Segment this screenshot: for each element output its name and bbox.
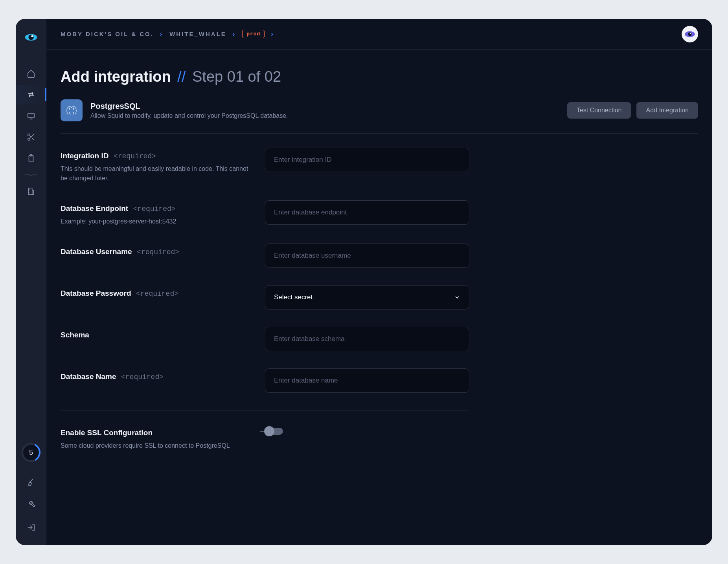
required-tag: <required> xyxy=(114,152,156,160)
row-username: Database Username <required> xyxy=(61,244,469,268)
chevron-down-icon xyxy=(454,294,460,300)
monitor-icon xyxy=(27,112,35,120)
input-col xyxy=(265,200,469,225)
progress-ring-icon xyxy=(21,443,41,462)
test-connection-button[interactable]: Test Connection xyxy=(567,102,631,119)
ssl-toggle[interactable] xyxy=(265,428,283,435)
sidebar: 5 xyxy=(16,19,46,545)
password-label: Database Password xyxy=(61,289,131,297)
avatar[interactable] xyxy=(682,26,698,42)
nav-home[interactable] xyxy=(16,64,46,83)
input-col xyxy=(265,244,469,268)
ssl-help: Some cloud providers require SSL to conn… xyxy=(61,441,249,450)
row-dbname: Database Name <required> xyxy=(61,368,469,393)
logo xyxy=(24,30,39,45)
sidebar-bottom: 5 xyxy=(16,444,46,537)
elephant-icon xyxy=(65,104,78,117)
label-col: Enable SSL Configuration Some cloud prov… xyxy=(61,425,249,450)
ssl-label: Enable SSL Configuration xyxy=(61,428,153,437)
required-tag: <required> xyxy=(121,373,164,381)
label-col: Database Name <required> xyxy=(61,368,249,381)
input-col: Select secret xyxy=(265,285,469,309)
avatar-eye-icon xyxy=(684,30,696,38)
username-input[interactable] xyxy=(265,244,469,268)
content: Add integration // Step 01 of 02 xyxy=(46,49,712,545)
endpoint-input[interactable] xyxy=(265,200,469,225)
page-title: Add integration // Step 01 of 02 xyxy=(61,68,698,85)
main: MOBY DICK'S OIL & CO. › WHITE_WHALE › pr… xyxy=(46,19,712,545)
input-col xyxy=(265,425,469,435)
nav-clean[interactable] xyxy=(16,472,46,492)
nav-items xyxy=(16,64,46,201)
broom-icon xyxy=(27,478,35,486)
username-label: Database Username xyxy=(61,247,132,256)
password-select-value: Select secret xyxy=(274,293,313,301)
nav-integrations[interactable] xyxy=(16,85,46,104)
app-window: 5 MOBY DICK'S OIL & CO. › WHITE_WHALE › … xyxy=(16,19,712,545)
endpoint-label: Database Endpoint xyxy=(61,204,128,212)
svg-point-6 xyxy=(28,138,30,141)
form-section: Integration ID <required> This should be… xyxy=(61,148,469,450)
dbname-label: Database Name xyxy=(61,372,116,381)
title-separator: // xyxy=(177,68,186,85)
integration-header: PostgresSQL Allow Squid to modify, updat… xyxy=(61,99,698,134)
add-integration-button[interactable]: Add Integration xyxy=(636,102,698,119)
page-title-text: Add integration xyxy=(61,68,171,85)
input-col xyxy=(265,327,469,351)
notification-badge[interactable]: 5 xyxy=(22,444,40,461)
input-col xyxy=(265,368,469,393)
breadcrumb: MOBY DICK'S OIL & CO. › WHITE_WHALE › pr… xyxy=(61,30,274,38)
nav-display[interactable] xyxy=(16,106,46,126)
page-step: Step 01 of 02 xyxy=(192,68,281,85)
svg-point-3 xyxy=(31,35,33,37)
clipboard-icon xyxy=(27,154,35,163)
label-col: Database Endpoint <required> Example: yo… xyxy=(61,200,249,226)
scissors-icon xyxy=(27,133,35,141)
schema-input[interactable] xyxy=(265,327,469,351)
dbname-input[interactable] xyxy=(265,368,469,393)
swap-arrows-icon xyxy=(27,90,35,99)
chevron-right-icon: › xyxy=(233,31,236,38)
label-col: Database Username <required> xyxy=(61,244,249,256)
toggle-off-indicator xyxy=(260,431,264,432)
breadcrumb-org[interactable]: MOBY DICK'S OIL & CO. xyxy=(61,31,154,37)
breadcrumb-env[interactable]: prod xyxy=(242,30,265,38)
svg-point-16 xyxy=(73,108,74,109)
chevron-right-icon: › xyxy=(160,31,163,38)
label-col: Integration ID <required> This should be… xyxy=(61,148,249,183)
row-password: Database Password <required> Select secr… xyxy=(61,285,469,309)
nav-building[interactable] xyxy=(16,181,46,201)
chevron-right-icon: › xyxy=(271,31,274,38)
building-icon xyxy=(27,187,35,196)
breadcrumb-project[interactable]: WHITE_WHALE xyxy=(169,31,226,37)
input-col xyxy=(265,148,469,172)
integration-header-left: PostgresSQL Allow Squid to modify, updat… xyxy=(61,99,288,121)
tool-icon xyxy=(27,500,35,509)
password-select[interactable]: Select secret xyxy=(265,285,469,309)
required-tag: <required> xyxy=(133,205,176,213)
toggle-handle xyxy=(264,426,274,436)
nav-clipboard[interactable] xyxy=(16,148,46,168)
required-tag: <required> xyxy=(136,290,178,298)
svg-rect-9 xyxy=(29,188,32,195)
svg-point-13 xyxy=(688,32,692,36)
svg-point-2 xyxy=(28,35,33,40)
row-endpoint: Database Endpoint <required> Example: yo… xyxy=(61,200,469,226)
login-icon xyxy=(27,523,35,532)
integration-id-label: Integration ID xyxy=(61,152,108,160)
svg-point-14 xyxy=(690,33,691,34)
svg-point-5 xyxy=(28,134,30,136)
integration-meta: PostgresSQL Allow Squid to modify, updat… xyxy=(90,102,288,119)
nav-cut[interactable] xyxy=(16,127,46,147)
nav-logout[interactable] xyxy=(16,518,46,537)
label-col: Database Password <required> xyxy=(61,285,249,298)
integration-description: Allow Squid to modify, update and contro… xyxy=(90,112,288,119)
integration-title: PostgresSQL xyxy=(90,102,288,111)
integration-id-input[interactable] xyxy=(265,148,469,172)
label-col: Schema xyxy=(61,327,249,339)
schema-label: Schema xyxy=(61,331,89,339)
integration-id-help: This should be meaningful and easily rea… xyxy=(61,164,249,183)
nav-settings[interactable] xyxy=(16,495,46,515)
endpoint-help: Example: your-postgres-server-host:5432 xyxy=(61,217,249,226)
row-ssl: Enable SSL Configuration Some cloud prov… xyxy=(61,410,469,450)
